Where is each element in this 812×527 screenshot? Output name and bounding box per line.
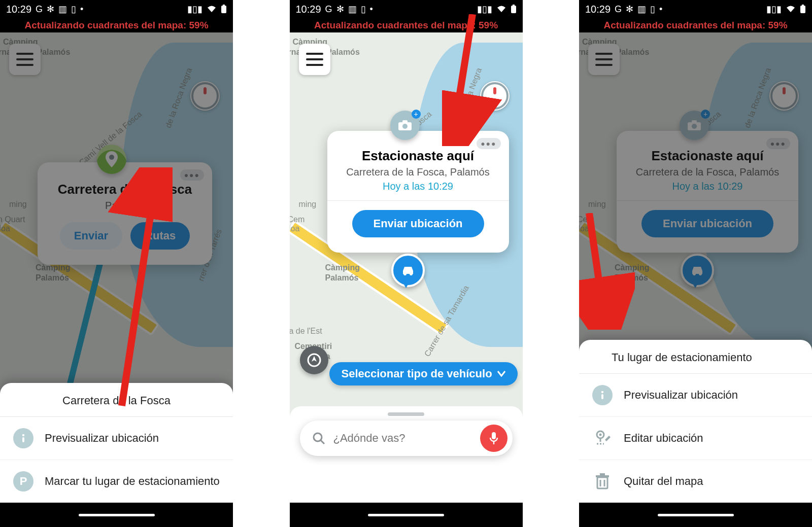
- dot-icon: •: [370, 5, 373, 14]
- search-bar[interactable]: [300, 420, 513, 456]
- item-label: Quitar del mapa: [624, 475, 703, 488]
- parking-bottom-sheet: Tu lugar de estacionamiento Previsualiza…: [579, 340, 812, 503]
- item-label: Marcar tu lugar de estacionamiento: [45, 475, 220, 488]
- camera-badge[interactable]: +: [390, 111, 420, 140]
- svg-rect-7: [22, 437, 24, 442]
- svg-rect-26: [802, 5, 804, 6]
- status-time: 10:29: [6, 4, 31, 15]
- notif-icon: ▥: [58, 5, 67, 14]
- svg-rect-41: [600, 473, 605, 475]
- parked-card: ●●● Estacionaste aquí Carretera de la Fo…: [327, 131, 509, 253]
- chevron-down-icon: [497, 371, 505, 377]
- mark-parking-item[interactable]: P Marcar tu lugar de estacionamiento: [0, 460, 233, 503]
- svg-point-35: [601, 391, 604, 394]
- svg-point-16: [402, 124, 408, 129]
- fan-icon: ✻: [47, 5, 54, 14]
- sim-icon: ▯: [361, 5, 366, 14]
- hamburger-icon: [306, 53, 323, 66]
- svg-rect-13: [306, 64, 323, 66]
- menu-button[interactable]: [299, 44, 330, 75]
- vibrate-icon: ▮▯▮: [187, 5, 202, 14]
- sim-icon: ▯: [650, 5, 655, 14]
- vibrate-icon: ▮▯▮: [477, 5, 492, 14]
- chip-label: Seleccionar tipo de vehículo: [342, 367, 492, 380]
- google-icon: G: [36, 5, 43, 14]
- battery-icon: [221, 5, 227, 14]
- svg-point-18: [410, 272, 413, 275]
- mic-icon: [489, 432, 498, 445]
- car-pin[interactable]: [391, 254, 421, 290]
- card-time: Hoy a las 10:29: [341, 181, 496, 192]
- google-icon: G: [615, 5, 622, 14]
- info-icon: [13, 428, 33, 448]
- svg-rect-1: [223, 5, 225, 6]
- svg-rect-40: [596, 475, 609, 477]
- map-label: Cem: [290, 215, 305, 224]
- fan-icon: ✻: [336, 5, 344, 14]
- notif-icon: ▥: [348, 5, 357, 14]
- sheet-title: Tu lugar de estacionamiento: [579, 340, 812, 374]
- status-time: 10:29: [296, 4, 321, 15]
- mic-button[interactable]: [480, 425, 507, 452]
- drag-handle[interactable]: [388, 412, 424, 416]
- map-label: Palamós: [325, 273, 359, 283]
- remove-from-map-item[interactable]: Quitar del mapa: [579, 460, 812, 503]
- vehicle-type-chip[interactable]: Seleccionar tipo de vehículo: [329, 362, 518, 385]
- compass-button[interactable]: [480, 81, 510, 111]
- wifi-icon: [786, 5, 796, 13]
- item-label: Editar ubicación: [624, 432, 703, 445]
- card-more-button[interactable]: ●●●: [477, 138, 500, 149]
- update-banner: Actualizando cuadrantes del mapa: 59%: [290, 18, 523, 32]
- svg-rect-15: [402, 120, 408, 123]
- update-banner: Actualizando cuadrantes del mapa: 59%: [579, 18, 812, 32]
- dot-icon: •: [659, 5, 662, 14]
- recenter-button[interactable]: [300, 346, 328, 374]
- preview-location-item[interactable]: Previsualizar ubicación: [0, 417, 233, 460]
- parking-icon: P: [13, 471, 33, 491]
- status-time: 10:29: [585, 4, 611, 15]
- svg-rect-0: [221, 6, 226, 13]
- sheet-title: Carretera de la Fosca: [0, 383, 233, 417]
- send-location-button[interactable]: Enviar ubicación: [352, 210, 484, 237]
- car-icon: [400, 265, 416, 276]
- android-nav[interactable]: [579, 503, 812, 527]
- plus-icon: +: [412, 110, 421, 119]
- edit-pin-icon: [592, 428, 613, 448]
- android-nav[interactable]: [290, 503, 523, 527]
- recenter-icon: [307, 353, 321, 367]
- status-bar: 10:29 G ✻ ▥ ▯ • ▮▯▮: [290, 0, 523, 18]
- svg-rect-10: [513, 5, 515, 6]
- item-label: Previsualizar ubicación: [624, 389, 738, 402]
- svg-rect-11: [306, 53, 323, 55]
- battery-icon: [800, 5, 806, 14]
- svg-rect-9: [511, 6, 516, 13]
- info-icon: [592, 385, 613, 405]
- update-banner: Actualizando cuadrantes del mapa: 59%: [0, 18, 233, 32]
- camera-icon: [398, 120, 412, 131]
- bottom-sheet: Carretera de la Fosca Previsualizar ubic…: [0, 383, 233, 503]
- svg-line-21: [321, 440, 324, 444]
- status-bar: 10:29 G ✻ ▥ ▯ • ▮▯▮: [579, 0, 812, 18]
- trash-icon: [592, 471, 613, 491]
- card-address: Carretera de la Fosca, Palamós: [341, 166, 496, 179]
- edit-location-item[interactable]: Editar ubicación: [579, 417, 812, 460]
- search-icon: [312, 432, 325, 445]
- vibrate-icon: ▮▯▮: [766, 5, 782, 14]
- svg-rect-25: [800, 6, 805, 13]
- item-label: Previsualizar ubicación: [45, 432, 159, 445]
- svg-rect-12: [306, 58, 323, 60]
- phone-1: 10:29 G ✻ ▥ ▯ • ▮▯▮ Actualizando cuadran…: [0, 0, 233, 527]
- search-input[interactable]: [332, 431, 480, 445]
- android-nav[interactable]: [0, 503, 233, 527]
- map-label: Joa: [290, 224, 300, 233]
- svg-point-6: [22, 434, 25, 437]
- preview-location-item[interactable]: Previsualizar ubicación: [579, 374, 812, 417]
- svg-point-20: [314, 433, 322, 441]
- map-label: ming: [299, 200, 317, 209]
- dot-icon: •: [80, 5, 83, 14]
- map-label: da de l'Est: [290, 327, 322, 336]
- card-title: Estacionaste aquí: [341, 148, 496, 164]
- status-bar: 10:29 G ✻ ▥ ▯ • ▮▯▮: [0, 0, 233, 18]
- phone-2: 10:29 G ✻ ▥ ▯ • ▮▯▮ Actualizando cuadran…: [290, 0, 523, 527]
- fan-icon: ✻: [626, 5, 633, 14]
